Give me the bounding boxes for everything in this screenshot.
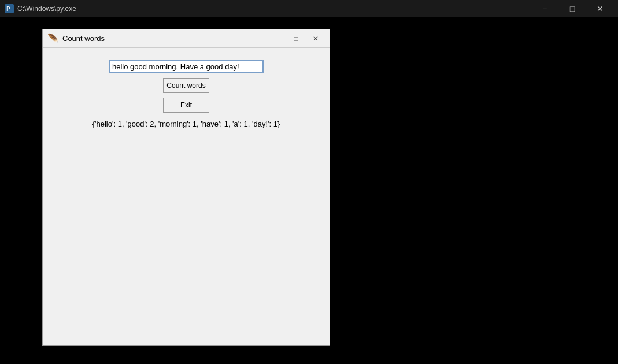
taskbar: P C:\Windows\py.exe − □ ✕ xyxy=(0,0,618,17)
taskbar-maximize-button[interactable]: □ xyxy=(559,0,586,17)
result-label: {'hello': 1, 'good': 2, 'morning': 1, 'h… xyxy=(92,120,280,128)
window-controls: ─ □ ✕ xyxy=(267,33,325,44)
exit-button[interactable]: Exit xyxy=(163,98,209,113)
taskbar-controls: − □ ✕ xyxy=(531,0,613,17)
text-input[interactable] xyxy=(109,60,264,73)
taskbar-close-button[interactable]: ✕ xyxy=(587,0,613,17)
count-words-button[interactable]: Count words xyxy=(163,78,209,93)
taskbar-minimize-button[interactable]: − xyxy=(531,0,558,17)
taskbar-title: C:\Windows\py.exe xyxy=(17,5,76,13)
window-minimize-button[interactable]: ─ xyxy=(267,33,286,44)
window-content: Count words Exit {'hello': 1, 'good': 2,… xyxy=(43,48,330,140)
svg-text:P: P xyxy=(6,6,10,12)
window-app-icon: 🪶 xyxy=(47,33,59,44)
app-window: 🪶 Count words ─ □ ✕ Count words Exit {'h… xyxy=(42,29,330,346)
taskbar-icon: P xyxy=(5,4,14,13)
window-title: Count words xyxy=(62,34,267,43)
window-titlebar: 🪶 Count words ─ □ ✕ xyxy=(43,29,330,48)
window-maximize-button[interactable]: □ xyxy=(287,33,305,44)
window-close-button[interactable]: ✕ xyxy=(306,33,325,44)
